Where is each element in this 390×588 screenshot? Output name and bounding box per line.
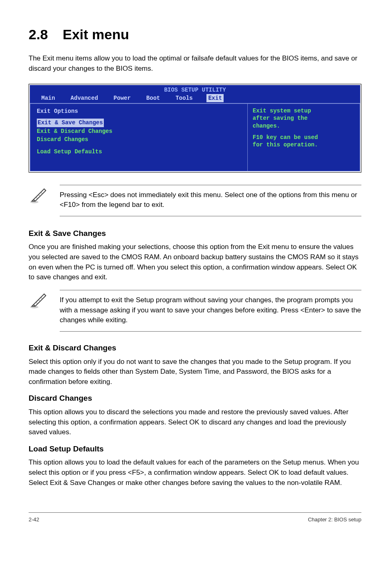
exit-save-heading: Exit & Save Changes xyxy=(29,228,361,239)
defaults-heading: Load Setup Defaults xyxy=(29,443,361,455)
menu-exit-save[interactable]: Exit & Save Changes xyxy=(37,119,104,127)
bios-utility-title: BIOS SETUP UTILITY xyxy=(30,85,360,94)
note-block: Pressing <Esc> does not immediately exit… xyxy=(29,185,361,216)
svg-line-5 xyxy=(41,192,43,194)
pencil-icon xyxy=(29,290,52,314)
page-title: 2.8Exit menu xyxy=(29,25,361,45)
intro-paragraph: The Exit menu items allow you to load th… xyxy=(29,54,361,74)
exit-discard-heading: Exit & Discard Changes xyxy=(29,342,361,354)
svg-line-4 xyxy=(38,195,40,196)
bios-left-panel: Exit Options Exit & Save Changes Exit & … xyxy=(30,103,247,171)
help-line: for this operation. xyxy=(253,141,355,148)
tab-power[interactable]: Power xyxy=(112,94,132,102)
svg-line-11 xyxy=(41,297,43,299)
help-line: F10 key can be used xyxy=(253,134,355,141)
bios-screenshot: BIOS SETUP UTILITY Main Advanced Power B… xyxy=(29,84,361,173)
svg-line-10 xyxy=(38,300,40,301)
tab-boot[interactable]: Boot xyxy=(145,94,162,102)
help-line: after saving the xyxy=(253,114,355,122)
section-title: Exit menu xyxy=(63,27,129,42)
note-block: If you attempt to exit the Setup program… xyxy=(29,290,361,332)
menu-load-defaults[interactable]: Load Setup Defaults xyxy=(37,148,242,156)
svg-line-9 xyxy=(36,302,38,304)
exit-options-heading: Exit Options xyxy=(37,107,242,115)
section-number: 2.8 xyxy=(29,27,48,42)
page-number: 2-42 xyxy=(29,516,39,524)
menu-discard-changes[interactable]: Discard Changes xyxy=(37,135,242,144)
discard-heading: Discard Changes xyxy=(29,393,361,404)
tab-advanced[interactable]: Advanced xyxy=(69,94,100,102)
discard-paragraph: This option allows you to discard the se… xyxy=(29,407,361,438)
bios-tab-bar: Main Advanced Power Boot Tools Exit xyxy=(30,94,360,103)
menu-exit-discard[interactable]: Exit & Discard Changes xyxy=(37,127,242,135)
bios-help-panel: Exit system setup after saving the chang… xyxy=(247,103,360,171)
pencil-icon xyxy=(29,185,52,209)
help-line: Exit system setup xyxy=(253,107,355,114)
note-text: If you attempt to exit the Setup program… xyxy=(60,290,361,332)
svg-line-3 xyxy=(36,197,38,199)
tab-exit[interactable]: Exit xyxy=(206,94,224,102)
chapter-label: Chapter 2: BIOS setup xyxy=(308,516,361,524)
defaults-paragraph: This option allows you to load the defau… xyxy=(29,458,361,488)
exit-discard-paragraph: Select this option only if you do not wa… xyxy=(29,357,361,387)
tab-tools[interactable]: Tools xyxy=(174,94,194,102)
tab-main[interactable]: Main xyxy=(40,94,57,102)
page-footer: 2-42 Chapter 2: BIOS setup xyxy=(29,512,361,524)
exit-save-paragraph: Once you are finished making your select… xyxy=(29,242,361,283)
note-text: Pressing <Esc> does not immediately exit… xyxy=(60,185,361,216)
help-line: changes. xyxy=(253,122,355,130)
